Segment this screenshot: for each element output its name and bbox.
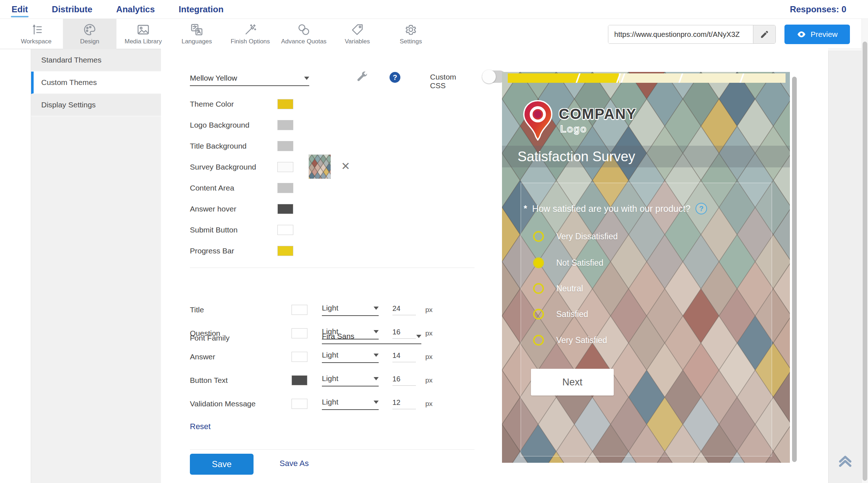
tab-variables[interactable]: Variables <box>331 19 384 49</box>
button-text-color-swatch[interactable] <box>292 375 307 385</box>
page-scrollbar-thumb[interactable] <box>863 42 867 481</box>
tab-finish-options[interactable]: Finish Options <box>224 19 277 49</box>
submit-button-swatch[interactable] <box>277 225 293 235</box>
logo-texts: COMPANY Logo <box>559 106 637 141</box>
nav-integration[interactable]: Integration <box>178 3 224 16</box>
color-row-label: Logo Background <box>190 121 277 129</box>
option-not-satisfied[interactable]: Not Satisfied <box>533 255 603 271</box>
question-font-color-swatch[interactable] <box>292 328 307 338</box>
magic-wand-icon <box>243 23 257 37</box>
color-row-progress-bar: Progress Bar <box>190 240 293 261</box>
title-weight-select[interactable]: Light <box>322 304 379 316</box>
page-scrollbar[interactable] <box>861 19 868 483</box>
save-button[interactable]: Save <box>190 454 254 475</box>
nav-analytics[interactable]: Analytics <box>115 3 156 16</box>
survey-url-box <box>608 25 776 44</box>
color-row-title-background: Title Background <box>190 136 293 157</box>
title-font-color-swatch[interactable] <box>292 305 307 315</box>
theme-edit-button[interactable] <box>356 70 369 85</box>
theme-color-swatch[interactable] <box>277 99 293 109</box>
survey-background-swatch[interactable] <box>277 162 293 172</box>
preview-scrollbar[interactable] <box>792 77 797 462</box>
tab-media-library[interactable]: Media Library <box>116 19 170 49</box>
option-satisfied[interactable]: Satisfied <box>533 306 588 322</box>
radio-icon[interactable] <box>533 283 544 294</box>
tab-label: Variables <box>345 38 370 45</box>
sidebar-item-custom-themes[interactable]: Custom Themes <box>31 72 161 94</box>
divider <box>190 449 475 450</box>
validation-size-input[interactable] <box>392 398 416 409</box>
answer-hover-swatch[interactable] <box>277 204 293 214</box>
progress-fill <box>508 73 619 83</box>
option-very-dissatisfied[interactable]: Very Dissatisfied <box>533 228 618 244</box>
radio-icon[interactable] <box>533 335 544 346</box>
tab-settings[interactable]: Settings <box>384 19 438 49</box>
button-text-size-input[interactable] <box>392 375 416 386</box>
radio-icon[interactable] <box>533 257 544 268</box>
tab-advance-quotas[interactable]: Advance Quotas <box>277 19 331 49</box>
company-logo: COMPANY Logo <box>522 99 637 141</box>
color-row-submit-button: Submit Button <box>190 219 293 240</box>
font-row-answer: Answer Light px <box>190 346 433 368</box>
save-as-link[interactable]: Save As <box>280 459 309 468</box>
button-text-weight-select[interactable]: Light <box>322 374 379 386</box>
tab-design[interactable]: Design <box>63 19 116 49</box>
question-weight-select[interactable]: Light <box>322 327 379 339</box>
px-label: px <box>425 376 433 384</box>
translate-icon <box>190 23 204 37</box>
pencil-icon <box>760 30 769 39</box>
theme-select-row: Mellow Yellow ? Custom CSS <box>190 70 309 90</box>
theme-select[interactable]: Mellow Yellow <box>190 74 309 86</box>
survey-url-input[interactable] <box>608 25 753 43</box>
edit-url-button[interactable] <box>753 25 775 43</box>
tab-languages[interactable]: Languages <box>170 19 224 49</box>
survey-background-thumbnail[interactable] <box>309 154 331 179</box>
answer-size-input[interactable] <box>392 351 416 362</box>
remove-background-icon[interactable]: ✕ <box>341 161 350 172</box>
tab-label: Workspace <box>21 38 52 45</box>
preview-button[interactable]: Preview <box>784 25 850 44</box>
answer-weight-select[interactable]: Light <box>322 351 379 363</box>
divider <box>190 268 475 268</box>
tab-label: Media Library <box>125 38 162 45</box>
question-size-input[interactable] <box>392 328 416 339</box>
content-area-swatch[interactable] <box>277 183 293 193</box>
radio-icon[interactable] <box>533 309 544 320</box>
color-row-label: Answer hover <box>190 205 277 213</box>
reset-link[interactable]: Reset <box>190 422 210 431</box>
sidebar-item-standard-themes[interactable]: Standard Themes <box>31 49 161 72</box>
px-label: px <box>425 329 433 337</box>
tab-label: Languages <box>182 38 212 45</box>
logo-background-swatch[interactable] <box>277 120 293 130</box>
title-background-swatch[interactable] <box>277 141 293 151</box>
option-neutral[interactable]: Neutral <box>533 281 583 296</box>
answer-font-color-swatch[interactable] <box>292 352 307 362</box>
px-label: px <box>425 306 433 314</box>
color-row-answer-hover: Answer hover <box>190 198 293 219</box>
nav-edit[interactable]: Edit <box>11 3 29 16</box>
weight-value: Light <box>322 374 339 383</box>
top-nav: Edit Distribute Analytics Integration Re… <box>0 0 868 19</box>
font-row-validation-message: Validation Message Light px <box>190 393 433 415</box>
survey-title-band: Satisfaction Survey <box>502 146 790 167</box>
progress-bar-swatch[interactable] <box>277 246 293 256</box>
option-very-satisfied[interactable]: Very Satisfied <box>533 332 607 348</box>
validation-color-swatch[interactable] <box>292 399 307 409</box>
tab-workspace[interactable]: Workspace <box>9 19 63 49</box>
font-row-question: Question Light px <box>190 322 433 344</box>
validation-weight-select[interactable]: Light <box>322 398 379 410</box>
font-row-label: Button Text <box>190 376 292 385</box>
weight-value: Light <box>322 398 339 406</box>
nav-distribute[interactable]: Distribute <box>51 3 93 16</box>
question-help-icon[interactable]: ? <box>695 203 707 214</box>
help-icon[interactable]: ? <box>390 72 400 83</box>
chevron-down-icon <box>374 307 379 310</box>
progress-separator <box>620 73 626 83</box>
title-size-input[interactable] <box>392 304 416 315</box>
sidebar-item-display-settings[interactable]: Display Settings <box>31 94 161 116</box>
next-button[interactable]: Next <box>531 369 614 396</box>
chain-links-icon <box>297 23 311 37</box>
scroll-to-top-button[interactable] <box>835 450 855 470</box>
radio-icon[interactable] <box>533 231 544 242</box>
chevron-down-icon <box>374 377 379 380</box>
